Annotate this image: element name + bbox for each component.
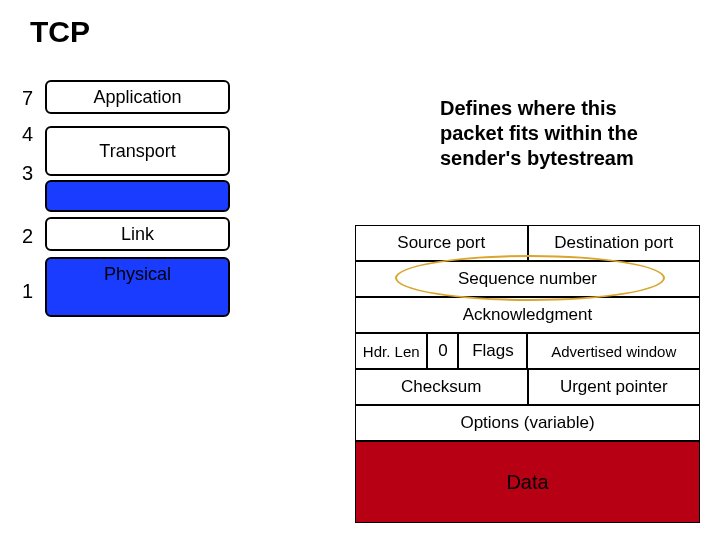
tcp-hdr-len: Hdr. Len <box>355 333 427 369</box>
slide-title: TCP <box>30 15 90 49</box>
layer-num-1: 1 <box>22 280 33 303</box>
tcp-adv-window: Advertised window <box>527 333 700 369</box>
tcp-checksum: Checksum <box>355 369 528 405</box>
seq-caption: Defines where this packet fits within th… <box>440 96 638 171</box>
tcp-ack-num: Acknowledgment <box>355 297 700 333</box>
tcp-urgent-ptr: Urgent pointer <box>528 369 701 405</box>
layer-application: Application <box>45 80 230 114</box>
layer-link: Link <box>45 217 230 251</box>
layer-network-blank <box>45 180 230 212</box>
tcp-data: Data <box>355 441 700 523</box>
caption-line-1: Defines where this <box>440 96 638 121</box>
layer-transport: Transport <box>45 126 230 176</box>
seq-highlight-circle <box>395 255 665 301</box>
caption-line-2: packet fits within the <box>440 121 638 146</box>
layer-num-3: 3 <box>22 162 33 185</box>
layer-num-4: 4 <box>22 123 33 146</box>
layer-num-7: 7 <box>22 87 33 110</box>
layer-physical: Physical <box>45 257 230 317</box>
tcp-reserved: 0 <box>427 333 458 369</box>
tcp-options: Options (variable) <box>355 405 700 441</box>
layer-num-2: 2 <box>22 225 33 248</box>
caption-line-3: sender's bytestream <box>440 146 638 171</box>
tcp-flags: Flags <box>458 333 527 369</box>
